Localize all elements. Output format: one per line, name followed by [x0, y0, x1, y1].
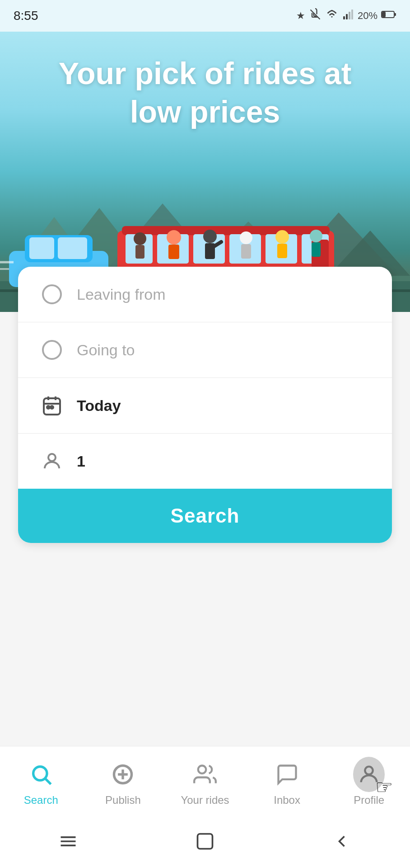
svg-point-69	[48, 454, 56, 461]
svg-rect-44	[241, 244, 251, 259]
your-rides-nav-label: Your rides	[181, 794, 229, 807]
search-nav-label: Search	[24, 794, 58, 807]
svg-point-70	[33, 766, 47, 780]
wifi-icon	[325, 9, 339, 23]
nav-item-inbox[interactable]: Inbox	[246, 759, 328, 807]
leaving-from-icon	[41, 283, 63, 306]
svg-point-38	[167, 230, 181, 245]
svg-point-67	[47, 406, 50, 409]
svg-rect-7	[394, 13, 396, 16]
hero-section: Your pick of rides at low prices	[0, 0, 410, 312]
search-card: Leaving from Going to Today	[18, 267, 392, 543]
svg-line-71	[46, 778, 51, 784]
hero-title: Your pick of rides at low prices	[32, 54, 378, 131]
going-to-label: Going to	[77, 341, 135, 359]
date-row[interactable]: Today	[18, 378, 392, 434]
profile-nav-icon: ☞	[353, 759, 385, 790]
svg-rect-28	[122, 226, 330, 235]
calendar-icon	[41, 394, 63, 417]
nav-item-search[interactable]: Search	[0, 759, 82, 807]
bottom-navigation: Search Publish	[0, 746, 410, 818]
status-bar: 8:55 ★	[0, 0, 410, 32]
svg-rect-48	[312, 242, 321, 257]
publish-nav-icon	[107, 759, 139, 790]
svg-rect-46	[277, 244, 287, 258]
bluetooth-icon: ★	[296, 10, 305, 22]
svg-rect-39	[168, 245, 179, 259]
signal-icon	[342, 9, 354, 23]
nav-item-your-rides[interactable]: Your rides	[164, 759, 246, 807]
svg-point-43	[240, 231, 252, 244]
going-to-icon	[41, 339, 63, 361]
system-nav-bar	[0, 818, 410, 868]
svg-rect-80	[197, 834, 212, 849]
svg-point-45	[275, 230, 289, 244]
inbox-nav-icon	[271, 759, 303, 790]
hero-title-area: Your pick of rides at low prices	[0, 36, 410, 131]
home-button[interactable]	[195, 831, 215, 855]
svg-rect-6	[382, 12, 386, 17]
svg-point-68	[51, 406, 53, 409]
your-rides-nav-icon	[189, 759, 221, 790]
going-to-row[interactable]: Going to	[18, 322, 392, 378]
profile-nav-label: Profile	[354, 794, 384, 807]
svg-point-40	[203, 230, 217, 243]
svg-rect-3	[349, 12, 350, 19]
battery-icon	[381, 10, 396, 22]
svg-rect-37	[135, 245, 144, 259]
svg-point-75	[198, 765, 206, 773]
search-nav-icon	[25, 759, 57, 790]
mute-icon	[309, 8, 321, 24]
inbox-nav-label: Inbox	[274, 794, 300, 807]
svg-point-47	[310, 230, 322, 242]
svg-rect-2	[346, 14, 348, 19]
nav-item-publish[interactable]: Publish	[82, 759, 164, 807]
passengers-row[interactable]: 1	[18, 434, 392, 489]
svg-point-76	[365, 766, 373, 774]
app-wrapper: 8:55 ★	[0, 0, 410, 868]
battery-text: 20%	[358, 10, 377, 22]
status-time: 8:55	[14, 9, 38, 23]
svg-rect-19	[29, 237, 54, 259]
svg-rect-1	[343, 16, 345, 19]
svg-point-36	[134, 232, 146, 245]
leaving-from-row[interactable]: Leaving from	[18, 267, 392, 322]
recent-apps-button[interactable]	[58, 831, 78, 855]
svg-rect-4	[351, 9, 353, 19]
nav-item-profile[interactable]: ☞ Profile	[328, 759, 410, 807]
date-value: Today	[77, 397, 121, 415]
back-button[interactable]	[332, 831, 352, 855]
leaving-from-label: Leaving from	[77, 286, 166, 303]
search-button[interactable]: Search	[18, 489, 392, 543]
publish-nav-label: Publish	[105, 794, 141, 807]
passengers-icon	[41, 450, 63, 472]
status-icons: ★	[296, 8, 396, 24]
svg-rect-20	[58, 237, 87, 259]
passengers-value: 1	[77, 453, 85, 470]
